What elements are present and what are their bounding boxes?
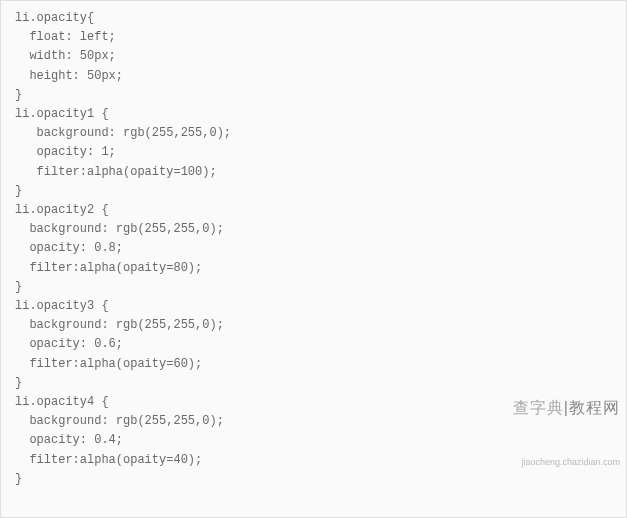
code-line: opacity: 0.6; xyxy=(15,337,123,351)
code-line: opacity: 0.4; xyxy=(15,433,123,447)
code-line: height: 50px; xyxy=(15,69,123,83)
code-line: li.opacity1 { xyxy=(15,107,109,121)
code-line: opacity: 0.8; xyxy=(15,241,123,255)
code-line: } xyxy=(15,472,22,486)
code-line: filter:alpha(opaity=60); xyxy=(15,357,202,371)
code-line: background: rgb(255,255,0); xyxy=(15,126,231,140)
code-line: filter:alpha(opaity=40); xyxy=(15,453,202,467)
watermark-main: 查字典|教程网 xyxy=(513,398,620,417)
code-line: li.opacity{ xyxy=(15,11,94,25)
code-line: background: rgb(255,255,0); xyxy=(15,222,224,236)
code-line: opacity: 1; xyxy=(15,145,116,159)
code-line: float: left; xyxy=(15,30,116,44)
code-line: background: rgb(255,255,0); xyxy=(15,414,224,428)
watermark: 查字典|教程网 jiaocheng.chazidian.com xyxy=(513,359,620,511)
code-line: background: rgb(255,255,0); xyxy=(15,318,224,332)
code-line: width: 50px; xyxy=(15,49,116,63)
code-line: } xyxy=(15,184,22,198)
watermark-sub: jiaocheng.chazidian.com xyxy=(513,453,620,472)
code-line: } xyxy=(15,376,22,390)
code-line: } xyxy=(15,88,22,102)
code-line: } xyxy=(15,280,22,294)
code-line: li.opacity3 { xyxy=(15,299,109,313)
code-line: li.opacity4 { xyxy=(15,395,109,409)
code-line: filter:alpha(opaity=100); xyxy=(15,165,217,179)
code-block: li.opacity{ float: left; width: 50px; he… xyxy=(0,0,627,518)
watermark-main-left: 查字典 xyxy=(513,399,564,416)
watermark-main-right: 教程网 xyxy=(569,399,620,416)
code-line: li.opacity2 { xyxy=(15,203,109,217)
code-line: filter:alpha(opaity=80); xyxy=(15,261,202,275)
